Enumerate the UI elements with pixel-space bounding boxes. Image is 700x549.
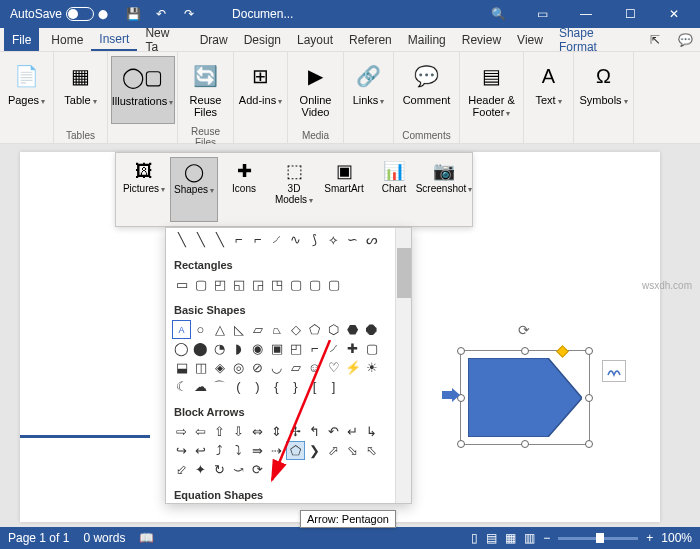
shape-connector[interactable]: ⌐ (229, 230, 248, 249)
shape-plaque[interactable]: ▢ (362, 339, 381, 358)
shape-curve[interactable]: ⟋ (267, 230, 286, 249)
shape-round-rect[interactable]: ◳ (267, 275, 286, 294)
shape-left-up-arrow[interactable]: ↵ (343, 422, 362, 441)
shape-diag-stripe[interactable]: ⟋ (324, 339, 343, 358)
smartart-button[interactable]: ▣SmartArt (320, 157, 368, 222)
shape-bracket[interactable]: [ (305, 377, 324, 396)
resize-handle[interactable] (457, 440, 465, 448)
shape-heart[interactable]: ♡ (324, 358, 343, 377)
shape-smiley[interactable]: ☺ (305, 358, 324, 377)
chart-button[interactable]: 📊Chart (370, 157, 418, 222)
shape-teardrop[interactable]: ◉ (248, 339, 267, 358)
shape-left-callout[interactable]: ⬁ (362, 441, 381, 460)
shape-octagon[interactable]: ⯃ (362, 320, 381, 339)
shape-circular-arrow[interactable]: ↻ (210, 460, 229, 479)
redo-icon[interactable]: ↷ (176, 1, 202, 27)
shape-right-callout[interactable]: ⬀ (324, 441, 343, 460)
shape-snip-rect[interactable]: ◱ (229, 275, 248, 294)
shape-freeform[interactable]: ⟡ (324, 230, 343, 249)
shape-curved-down[interactable]: ⤵ (229, 441, 248, 460)
page-indicator[interactable]: Page 1 of 1 (8, 531, 69, 545)
pages-button[interactable]: 📄Pages (2, 56, 52, 124)
scrollbar-thumb[interactable] (397, 248, 411, 298)
shape-line[interactable]: ╲ (210, 230, 229, 249)
shape-dodecagon[interactable]: ⬤ (191, 339, 210, 358)
undo-icon[interactable]: ↶ (148, 1, 174, 27)
shape-rounded-rect[interactable]: ▢ (191, 275, 210, 294)
minimize-icon[interactable]: — (564, 1, 608, 27)
shape-sun[interactable]: ☀ (362, 358, 381, 377)
shape-trapezoid[interactable]: ⏢ (267, 320, 286, 339)
shape-cloud[interactable]: ☁ (191, 377, 210, 396)
web-layout-icon[interactable]: ▥ (524, 531, 535, 545)
shape-bracket[interactable]: ( (229, 377, 248, 396)
selected-shape[interactable]: ⟳ (460, 350, 590, 445)
resize-handle[interactable] (521, 440, 529, 448)
shape-bent-arrow[interactable]: ↰ (305, 422, 324, 441)
shape-cube[interactable]: ◫ (191, 358, 210, 377)
shape-arrow-leftright[interactable]: ⇔ (248, 422, 267, 441)
print-layout-icon[interactable]: ▤ (486, 531, 497, 545)
focus-mode-icon[interactable]: ▯ (471, 531, 478, 545)
resize-handle[interactable] (585, 440, 593, 448)
tab-draw[interactable]: Draw (192, 28, 236, 51)
shape-brace[interactable]: { (267, 377, 286, 396)
shape-curve[interactable]: ∿ (286, 230, 305, 249)
shape-frame[interactable]: ▣ (267, 339, 286, 358)
shape-rectangle[interactable]: ▭ (172, 275, 191, 294)
shape-diamond[interactable]: ◇ (286, 320, 305, 339)
shape-half-frame[interactable]: ◰ (286, 339, 305, 358)
screenshot-button[interactable]: 📷Screenshot (420, 157, 468, 222)
reuse-files-button[interactable]: 🔄Reuse Files (181, 56, 231, 124)
shape-line[interactable]: ╲ (191, 230, 210, 249)
shapes-button[interactable]: ◯Shapes (170, 157, 218, 222)
header-footer-button[interactable]: ▤Header & Footer (463, 56, 521, 124)
icons-button[interactable]: ✚Icons (220, 157, 268, 222)
links-button[interactable]: 🔗Links (344, 56, 394, 124)
scrollbar[interactable] (395, 228, 411, 503)
resize-handle[interactable] (457, 347, 465, 355)
maximize-icon[interactable]: ☐ (608, 1, 652, 27)
layout-options-button[interactable] (602, 360, 626, 382)
shape-pentagon[interactable]: ⬠ (305, 320, 324, 339)
3d-models-button[interactable]: ⬚3D Models (270, 157, 318, 222)
shape-jump[interactable]: ⤻ (229, 460, 248, 479)
tab-newtab[interactable]: New Ta (137, 28, 191, 51)
shape-quad-arrow[interactable]: ✢ (286, 422, 305, 441)
addins-button[interactable]: ⊞Add-ins (236, 56, 286, 124)
shape-connector[interactable]: ⌐ (248, 230, 267, 249)
zoom-in-icon[interactable]: + (646, 531, 653, 545)
shape-arrow-up[interactable]: ⇧ (210, 422, 229, 441)
shape-striped-right[interactable]: ⇛ (248, 441, 267, 460)
shape-rt-triangle[interactable]: ◺ (229, 320, 248, 339)
shape-uturn-arrow[interactable]: ↶ (324, 422, 343, 441)
horizontal-line-shape[interactable] (20, 435, 150, 438)
comments-icon[interactable]: 💬 (670, 28, 700, 51)
shape-can[interactable]: ⬓ (172, 358, 191, 377)
shape-curved-left[interactable]: ↩ (191, 441, 210, 460)
shape-moon[interactable]: ☾ (172, 377, 191, 396)
shape-scribble[interactable]: ᔕ (362, 230, 381, 249)
tab-layout[interactable]: Layout (289, 28, 341, 51)
shape-donut[interactable]: ◎ (229, 358, 248, 377)
tab-shape-format[interactable]: Shape Format (551, 28, 640, 51)
shape-triangle[interactable]: △ (210, 320, 229, 339)
pentagon-shape[interactable] (468, 358, 582, 437)
tab-mailings[interactable]: Mailing (400, 28, 454, 51)
shape-down-callout[interactable]: ⬂ (343, 441, 362, 460)
shape-heptagon[interactable]: ⬣ (343, 320, 362, 339)
shape-textbox[interactable]: A (172, 320, 191, 339)
shape-arrow-down[interactable]: ⇩ (229, 422, 248, 441)
tab-design[interactable]: Design (236, 28, 289, 51)
shape-snip-rect[interactable]: ◰ (210, 275, 229, 294)
shape-notched-right[interactable]: ⇢ (267, 441, 286, 460)
shape-up-callout[interactable]: ⬃ (172, 460, 191, 479)
spell-check-icon[interactable]: 📖 (139, 531, 154, 545)
autosave-toggle[interactable]: AutoSave ⬤ (4, 7, 114, 21)
shape-arc[interactable]: ⌒ (210, 377, 229, 396)
shape-block-arc[interactable]: ◡ (267, 358, 286, 377)
save-icon[interactable]: 💾 (120, 1, 146, 27)
shape-pie[interactable]: ◔ (210, 339, 229, 358)
table-button[interactable]: ▦Table (56, 56, 106, 124)
shape-brace[interactable]: } (286, 377, 305, 396)
